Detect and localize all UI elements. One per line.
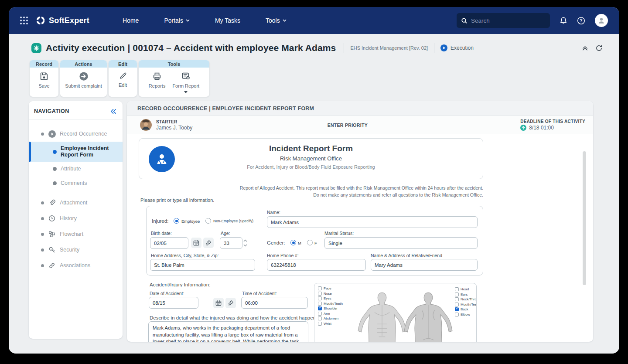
checkbox[interactable] — [318, 286, 322, 290]
brand-logo[interactable]: SoftExpert — [36, 16, 89, 25]
reports-button[interactable]: Reports — [149, 71, 166, 93]
bodypart-nose[interactable]: Nose — [318, 292, 355, 296]
checkbox[interactable] — [318, 296, 322, 300]
bodypart-head[interactable]: Head — [455, 287, 477, 291]
bodypart-eyes[interactable]: Eyes — [318, 296, 355, 300]
menu-home[interactable]: Home — [123, 17, 139, 24]
marital-status-input[interactable] — [324, 237, 478, 249]
menu-portals[interactable]: Portals — [164, 17, 190, 24]
record-strip: RECORD OCCOURRENCE | EMPLOYEE INCIDENT R… — [127, 101, 593, 116]
form-header-card: Incident Report Form Risk Management Off… — [139, 138, 483, 179]
checkbox[interactable] — [318, 316, 322, 320]
gender-f-radio[interactable] — [307, 240, 313, 245]
menu-tools[interactable]: Tools — [266, 17, 287, 24]
bodypart-wrist[interactable]: Wrist — [318, 322, 355, 326]
bodypart-mouth-teeth[interactable]: Mouth/Teeth — [318, 302, 355, 306]
refresh-icon[interactable] — [595, 44, 603, 52]
title-actions — [582, 44, 603, 52]
edit-button[interactable]: Edit — [119, 71, 127, 92]
collapse-sidebar-icon[interactable] — [110, 109, 116, 114]
calendar-icon[interactable] — [213, 298, 224, 308]
gender-m-radio[interactable] — [290, 240, 296, 245]
sidebar-item-comments[interactable]: Comments — [29, 176, 123, 191]
calendar-icon[interactable] — [191, 238, 201, 248]
toolbar-group-record: Record Save — [30, 60, 58, 97]
help-icon[interactable]: ? — [577, 17, 585, 25]
play-circle-icon — [48, 130, 56, 138]
checkbox[interactable] — [455, 303, 459, 306]
collapse-up-icon[interactable] — [582, 45, 588, 51]
checkbox[interactable] — [455, 313, 459, 316]
dropdown-caret-icon[interactable] — [184, 91, 188, 93]
body-parts-right-column: Head Ears Neck/Throat Mouth/Teeth Back E… — [455, 286, 477, 342]
relative-input[interactable] — [371, 259, 478, 271]
describe-textarea[interactable]: Mark Adams, who works in the packaging d… — [148, 321, 308, 342]
time-of-accident-input[interactable] — [241, 297, 308, 309]
sidebar-item-security[interactable]: Security — [29, 242, 123, 258]
record-strip-title: RECORD OCCOURRENCE | EMPLOYEE INCIDENT R… — [137, 105, 314, 112]
save-button[interactable]: Save — [38, 71, 49, 92]
home-address-input[interactable] — [150, 259, 255, 271]
birth-date-input[interactable] — [150, 237, 188, 249]
checkbox[interactable] — [455, 293, 459, 296]
checkbox[interactable] — [318, 306, 322, 310]
arrow-right-circle-icon — [79, 71, 89, 81]
checkbox[interactable] — [318, 322, 322, 326]
global-search[interactable] — [457, 13, 550, 28]
home-phone-label: Home Phone #: — [267, 253, 299, 258]
injured-employee-label: Employee — [181, 219, 200, 224]
chevron-down-icon — [283, 19, 287, 22]
app-window: SoftExpert Home Portals My Tasks Tools ? — [9, 7, 619, 354]
form-report-button[interactable]: Form Report — [172, 71, 199, 93]
bodypart-shoulder[interactable]: Shoulder — [318, 306, 355, 310]
form-scroll-area: Incident Report Form Risk Management Off… — [127, 134, 593, 342]
checkbox[interactable] — [318, 302, 322, 306]
sidebar-item-attribute[interactable]: Attribute — [29, 162, 123, 176]
action-toolbar: Record Save Actions Submit complaint Edi… — [9, 58, 619, 97]
search-input[interactable] — [471, 17, 541, 24]
starter-avatar — [140, 119, 152, 131]
bodypart-back[interactable]: Back — [455, 307, 477, 311]
menu-my-tasks[interactable]: My Tasks — [215, 17, 240, 24]
bodypart-ears[interactable]: Ears — [455, 293, 477, 296]
home-phone-input[interactable] — [267, 259, 366, 271]
sidebar-item-associations[interactable]: Associations — [29, 258, 123, 273]
sidebar-item-flowchart[interactable]: Flowchart — [29, 226, 123, 242]
chevron-down-icon — [186, 19, 190, 22]
injured-employee-radio[interactable] — [174, 218, 179, 224]
bodypart-arm[interactable]: Arm — [318, 312, 355, 316]
stage-label: Execution — [451, 45, 474, 51]
checkbox[interactable] — [455, 307, 459, 311]
user-avatar[interactable] — [595, 14, 608, 27]
bodypart-neck-throat[interactable]: Neck/Throat — [455, 297, 477, 301]
activity-icon — [31, 43, 41, 53]
injured-non-employee-radio[interactable] — [205, 218, 211, 224]
notifications-bell-icon[interactable] — [560, 17, 567, 25]
anatomy-front-figure — [355, 291, 409, 342]
stage-indicator: Execution — [440, 44, 474, 51]
submit-complaint-button[interactable]: Submit complaint — [65, 71, 102, 92]
checkbox[interactable] — [455, 297, 459, 301]
bodypart-face[interactable]: Face — [318, 286, 355, 290]
bodypart-mouth-teeth-back[interactable]: Mouth/Teeth — [455, 303, 477, 306]
date-of-accident-input[interactable] — [149, 297, 198, 309]
bodypart-abdomen[interactable]: Abdomen — [318, 316, 355, 320]
sidebar-item-history[interactable]: History — [29, 211, 123, 226]
sidebar-item-attachment[interactable]: Attachment — [29, 195, 123, 211]
scrollbar-thumb[interactable] — [583, 151, 586, 285]
content-area: NAVIGATION Record Occurrence Employee In… — [9, 97, 619, 342]
clear-brush-icon[interactable] — [225, 298, 236, 308]
age-stepper[interactable] — [243, 237, 249, 249]
sidebar-item-employee-incident-report-form[interactable]: Employee Incident Report Form — [29, 142, 123, 162]
name-input[interactable] — [267, 216, 478, 228]
bodypart-elbow[interactable]: Elbow — [455, 313, 477, 316]
form-note: Report of Alleged Accident. This report … — [240, 184, 483, 199]
age-input[interactable] — [220, 237, 242, 249]
checkbox[interactable] — [318, 312, 322, 316]
app-grid-icon[interactable] — [20, 17, 28, 24]
clear-brush-icon[interactable] — [203, 238, 214, 248]
checkbox[interactable] — [455, 287, 459, 291]
sidebar-item-record-occurrence[interactable]: Record Occurrence — [29, 126, 123, 142]
checkbox[interactable] — [318, 292, 322, 296]
status-dot — [41, 217, 44, 220]
